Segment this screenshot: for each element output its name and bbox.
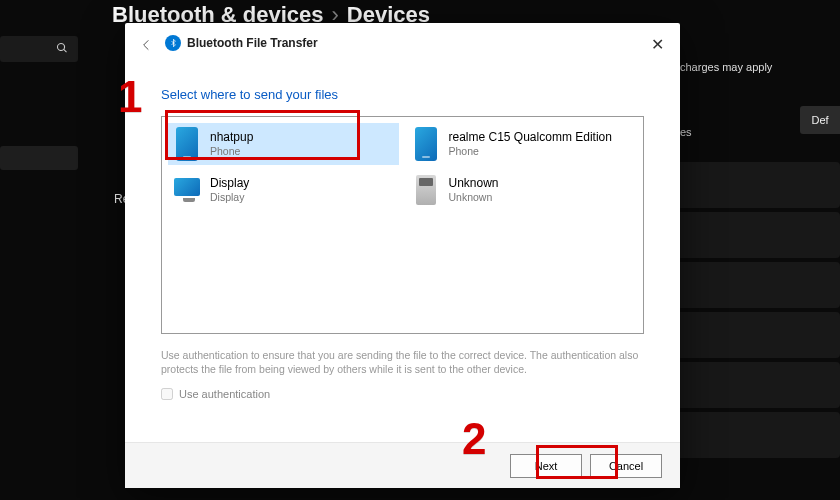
device-name: Unknown xyxy=(449,176,499,191)
device-list-box: nhatpup Phone realme C15 Qualcomm Editio… xyxy=(161,116,644,334)
es-label: es xyxy=(680,126,692,138)
device-name: nhatpup xyxy=(210,130,253,145)
search-icon xyxy=(56,40,68,58)
device-name: realme C15 Qualcomm Edition xyxy=(449,130,612,145)
phone-icon xyxy=(413,127,439,161)
dialog-title: Bluetooth File Transfer xyxy=(187,36,318,50)
next-button[interactable]: Next xyxy=(510,454,582,478)
close-icon[interactable]: ✕ xyxy=(644,31,670,57)
default-button[interactable]: Def xyxy=(800,106,840,134)
dialog-header: Bluetooth File Transfer ✕ xyxy=(125,23,680,63)
use-authentication-label: Use authentication xyxy=(179,388,270,400)
unknown-icon xyxy=(413,173,439,207)
bluetooth-file-transfer-dialog: Bluetooth File Transfer ✕ Select where t… xyxy=(125,23,680,488)
sidebar-search[interactable] xyxy=(0,36,78,62)
use-authentication-row[interactable]: Use authentication xyxy=(161,388,644,400)
bluetooth-icon xyxy=(165,35,181,51)
device-type: Unknown xyxy=(449,191,499,204)
cancel-button[interactable]: Cancel xyxy=(590,454,662,478)
sidebar-active-item[interactable] xyxy=(0,146,78,170)
device-unknown[interactable]: Unknown Unknown xyxy=(407,169,638,211)
charges-note: charges may apply xyxy=(680,61,772,73)
instruction-text: Select where to send your files xyxy=(161,87,644,102)
use-authentication-checkbox[interactable] xyxy=(161,388,173,400)
dialog-footer: Next Cancel xyxy=(125,442,680,488)
device-type: Phone xyxy=(449,145,612,158)
device-realme[interactable]: realme C15 Qualcomm Edition Phone xyxy=(407,123,638,165)
back-arrow-icon[interactable] xyxy=(139,37,155,53)
device-name: Display xyxy=(210,176,249,191)
device-type: Display xyxy=(210,191,249,204)
device-display[interactable]: Display Display xyxy=(168,169,399,211)
display-icon xyxy=(174,173,200,207)
phone-icon xyxy=(174,127,200,161)
device-type: Phone xyxy=(210,145,253,158)
help-text: Use authentication to ensure that you ar… xyxy=(161,348,644,376)
device-nhatpup[interactable]: nhatpup Phone xyxy=(168,123,399,165)
